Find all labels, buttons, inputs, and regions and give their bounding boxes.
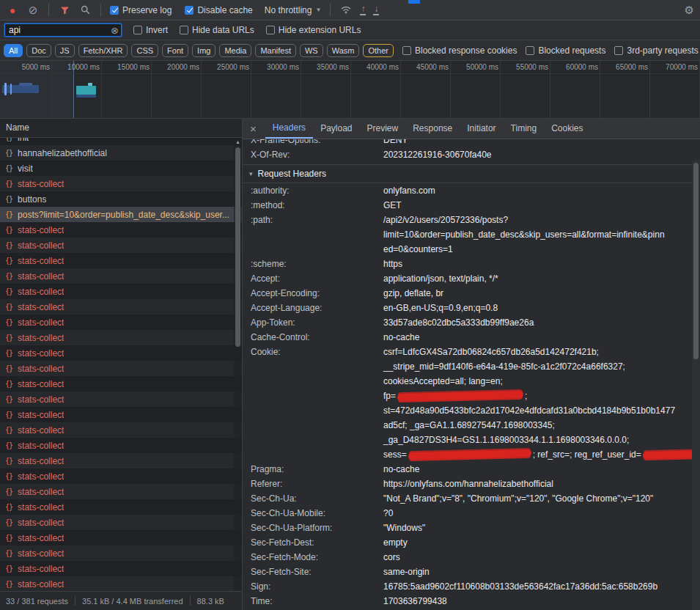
section-title: Request Headers bbox=[258, 169, 326, 179]
network-overview-timeline[interactable]: 5000 ms10000 ms15000 ms20000 ms25000 ms3… bbox=[0, 61, 700, 119]
detail-scrollbar[interactable] bbox=[692, 160, 700, 610]
header-name: Sec-Ch-Ua-Mobile: bbox=[243, 506, 383, 521]
request-name: stats-collect bbox=[18, 533, 64, 543]
detail-tab-headers[interactable]: Headers bbox=[265, 119, 313, 139]
request-row[interactable]: {}stats-collect bbox=[0, 561, 242, 576]
name-column-header[interactable]: Name bbox=[0, 119, 242, 138]
request-row[interactable]: {}init bbox=[0, 138, 242, 145]
type-filter-fetch-xhr[interactable]: Fetch/XHR bbox=[78, 44, 128, 57]
type-filter-media[interactable]: Media bbox=[219, 44, 251, 57]
filter-checkbox-invert[interactable]: Invert bbox=[133, 25, 168, 35]
settings-gear-icon[interactable]: ⚙ bbox=[685, 4, 694, 17]
request-row[interactable]: {}stats-collect bbox=[0, 530, 242, 545]
export-har-icon[interactable]: ↓ bbox=[373, 5, 379, 15]
filter-icon[interactable] bbox=[58, 4, 71, 17]
checkbox[interactable] bbox=[133, 26, 142, 34]
type-filter-all[interactable]: All bbox=[4, 44, 23, 57]
headers-viewport[interactable]: X-Frame-Options:DENYX-Of-Rev:20231226191… bbox=[243, 139, 700, 610]
scroll-up-arrow-icon[interactable]: ▲ bbox=[235, 139, 240, 144]
request-row[interactable]: {}stats-collect bbox=[0, 515, 242, 530]
checkbox[interactable] bbox=[185, 6, 194, 15]
request-row[interactable]: {}stats-collect bbox=[0, 468, 242, 484]
clear-network-log-icon[interactable]: ⊘ bbox=[26, 4, 40, 17]
toolbar-divider bbox=[330, 4, 331, 16]
request-row[interactable]: {}stats-collect bbox=[0, 361, 242, 376]
checkbox[interactable] bbox=[614, 46, 623, 55]
header-row: Sec-Ch-Ua-Mobile:?0 bbox=[243, 506, 700, 521]
request-row[interactable]: {}stats-collect bbox=[0, 499, 242, 515]
detail-tab-preview[interactable]: Preview bbox=[360, 119, 406, 139]
request-row[interactable]: {}stats-collect bbox=[0, 253, 242, 268]
toolbar-checkbox-disable-cache[interactable]: Disable cache bbox=[185, 5, 252, 15]
close-detail-icon[interactable]: × bbox=[250, 122, 257, 135]
request-type-icon: {} bbox=[5, 334, 12, 342]
type-filter-manifest[interactable]: Manifest bbox=[255, 44, 296, 57]
detail-tab-timing[interactable]: Timing bbox=[504, 119, 545, 139]
clear-filter-input-icon[interactable]: ⊗ bbox=[111, 25, 119, 36]
type-filter-ws[interactable]: WS bbox=[300, 44, 323, 57]
disclosure-triangle-icon[interactable]: ▾ bbox=[249, 170, 253, 177]
type-filter-other[interactable]: Other bbox=[363, 44, 394, 57]
type-filter-font[interactable]: Font bbox=[162, 44, 188, 57]
request-name: stats-collect bbox=[18, 302, 64, 312]
type-filter-js[interactable]: JS bbox=[55, 44, 75, 57]
type-filter-img[interactable]: Img bbox=[192, 44, 215, 57]
checkbox[interactable] bbox=[180, 26, 188, 34]
request-row[interactable]: {}stats-collect bbox=[0, 330, 242, 345]
request-list-scrollbar[interactable]: ▲ bbox=[234, 138, 242, 591]
request-row[interactable]: {}stats-collect bbox=[0, 284, 242, 299]
request-row[interactable]: {}buttons bbox=[0, 191, 242, 207]
request-row[interactable]: {}stats-collect bbox=[0, 484, 242, 499]
request-type-icon: {} bbox=[5, 287, 12, 295]
checkbox[interactable] bbox=[402, 46, 411, 55]
request-row[interactable]: {}stats-collect bbox=[0, 545, 242, 561]
request-headers-section[interactable]: ▾ Request Headers bbox=[243, 164, 700, 183]
request-row[interactable]: {}stats-collect bbox=[0, 345, 242, 361]
typefilter-checkbox-3rd-party-requests[interactable]: 3rd-party requests bbox=[614, 45, 698, 56]
request-row[interactable]: {}stats-collect bbox=[0, 576, 242, 591]
request-row[interactable]: {}stats-collect bbox=[0, 438, 242, 453]
toolbar-checkbox-preserve-log[interactable]: Preserve log bbox=[110, 5, 172, 15]
typefilter-checkbox-blocked-requests[interactable]: Blocked requests bbox=[526, 45, 605, 56]
header-name: Referer: bbox=[243, 477, 383, 491]
checkbox[interactable] bbox=[526, 46, 534, 55]
type-filter-doc[interactable]: Doc bbox=[26, 44, 51, 57]
detail-tab-cookies[interactable]: Cookies bbox=[544, 119, 590, 139]
request-row[interactable]: {}visit bbox=[0, 161, 242, 176]
filter-input[interactable] bbox=[4, 23, 122, 37]
network-conditions-icon[interactable] bbox=[339, 4, 353, 17]
detail-tab-initiator[interactable]: Initiator bbox=[460, 119, 503, 139]
search-icon[interactable] bbox=[78, 4, 92, 17]
request-row[interactable]: {}stats-collect bbox=[0, 238, 242, 253]
request-row[interactable]: {}stats-collect bbox=[0, 222, 242, 238]
type-filter-wasm[interactable]: Wasm bbox=[327, 44, 360, 57]
checkbox[interactable] bbox=[266, 26, 275, 34]
scrollbar-thumb[interactable] bbox=[693, 163, 699, 359]
request-row[interactable]: {}stats-collect bbox=[0, 392, 242, 407]
record-icon[interactable]: ● bbox=[6, 4, 19, 17]
detail-tab-response[interactable]: Response bbox=[405, 119, 460, 139]
request-row[interactable]: {}hannahelizabethofficial bbox=[0, 145, 242, 161]
request-row[interactable]: {}stats-collect bbox=[0, 299, 242, 315]
request-row[interactable]: {}stats-collect bbox=[0, 453, 242, 468]
type-filter-css[interactable]: CSS bbox=[131, 44, 158, 57]
filter-checkbox-hide-data-urls[interactable]: Hide data URLs bbox=[180, 25, 254, 35]
filter-checkbox-hide-extension-urls[interactable]: Hide extension URLs bbox=[266, 25, 361, 35]
scrollbar-thumb[interactable] bbox=[235, 147, 240, 347]
header-value: empty bbox=[383, 535, 418, 550]
import-har-icon[interactable]: ↑ bbox=[360, 5, 366, 15]
header-row: Cookie:csrf=LdfcGX4Sa72db06824c657db26a5… bbox=[243, 345, 700, 462]
request-row[interactable]: {}stats-collect bbox=[0, 407, 242, 422]
typefilter-checkbox-blocked-response-cookies[interactable]: Blocked response cookies bbox=[402, 45, 517, 56]
request-row[interactable]: {}posts?limit=10&order=publish_date_desc… bbox=[0, 207, 242, 222]
request-row[interactable]: {}stats-collect bbox=[0, 422, 242, 438]
header-row: App-Token:33d57ade8c02dbc5a333db99ff9ae2… bbox=[243, 315, 700, 330]
request-row[interactable]: {}stats-collect bbox=[0, 176, 242, 191]
request-row[interactable]: {}stats-collect bbox=[0, 376, 242, 392]
checkbox[interactable] bbox=[110, 6, 119, 15]
detail-tab-payload[interactable]: Payload bbox=[313, 119, 359, 139]
throttling-dropdown[interactable]: No throttling ▼ bbox=[265, 5, 322, 15]
header-name: :authority: bbox=[243, 183, 383, 198]
request-row[interactable]: {}stats-collect bbox=[0, 268, 242, 284]
request-row[interactable]: {}stats-collect bbox=[0, 315, 242, 330]
